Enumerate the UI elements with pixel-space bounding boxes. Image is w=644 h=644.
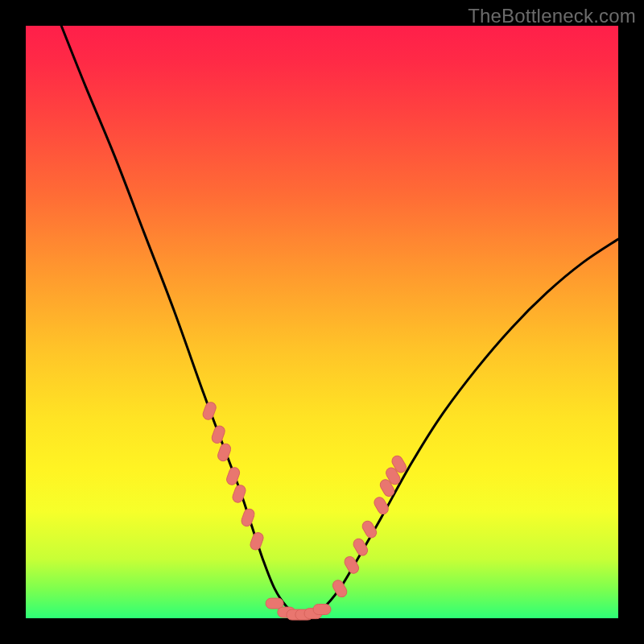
bottleneck-curve <box>61 26 618 617</box>
data-marker <box>372 495 390 516</box>
curve-layer <box>26 26 618 618</box>
data-markers <box>201 401 407 620</box>
data-marker <box>210 424 226 444</box>
plot-area <box>26 26 618 618</box>
data-marker <box>201 401 217 421</box>
data-marker <box>352 537 369 558</box>
data-marker <box>249 531 265 551</box>
data-marker <box>361 519 378 540</box>
chart-frame: TheBottleneck.com <box>0 0 644 644</box>
data-marker <box>313 605 331 615</box>
data-marker <box>225 466 242 486</box>
watermark-text: TheBottleneck.com <box>468 5 636 27</box>
data-marker <box>240 507 256 527</box>
data-marker <box>217 442 233 462</box>
